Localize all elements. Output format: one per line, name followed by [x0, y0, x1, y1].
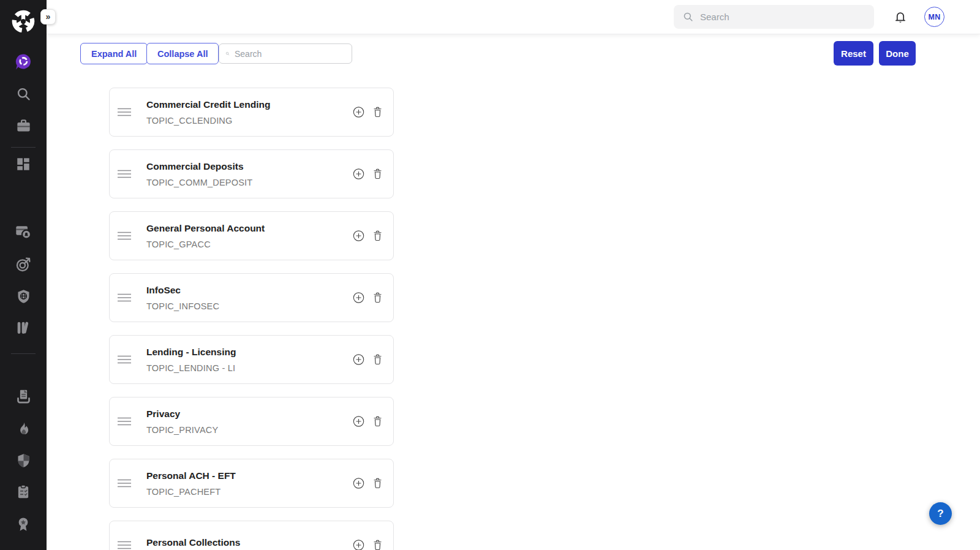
app-logo[interactable]: [0, 8, 47, 35]
reset-button[interactable]: Reset: [834, 41, 873, 66]
trash-icon: [372, 292, 383, 304]
topic-code: TOPIC_GPACC: [146, 239, 265, 249]
drag-handle[interactable]: [118, 293, 131, 302]
add-button[interactable]: [353, 540, 364, 550]
topic-search[interactable]: [219, 43, 352, 64]
topic-card: Commercial Credit Lending TOPIC_CCLENDIN…: [109, 88, 394, 137]
drag-handle[interactable]: [118, 170, 131, 178]
question-mark-icon: ?: [937, 508, 943, 520]
topic-search-input[interactable]: [235, 49, 345, 59]
delete-button[interactable]: [372, 354, 383, 366]
flame-icon: [15, 421, 32, 437]
main-content: Expand All Collapse All Reset Done Comme…: [47, 34, 980, 550]
trash-icon: [372, 416, 383, 428]
app-logo-icon: [10, 8, 37, 35]
search-icon: [225, 48, 230, 59]
drag-handle[interactable]: [118, 355, 131, 364]
shield-half-icon: [15, 453, 32, 469]
topic-code: TOPIC_INFOSEC: [146, 301, 219, 311]
sidebar: [0, 0, 47, 550]
drag-handle[interactable]: [118, 232, 131, 240]
plus-circle-icon: [353, 292, 364, 304]
sidebar-item-search[interactable]: [0, 86, 47, 102]
collapse-all-button[interactable]: Collapse All: [146, 43, 219, 64]
drag-handle-icon: [118, 541, 131, 549]
topbar: MN: [47, 0, 980, 34]
plus-circle-icon: [353, 416, 364, 428]
topic-title: Personal Collections: [146, 537, 240, 548]
sidebar-item-workspace[interactable]: [0, 118, 47, 134]
drag-handle[interactable]: [118, 108, 131, 116]
sidebar-item-trending[interactable]: [0, 420, 47, 437]
search-icon: [15, 86, 32, 102]
trash-icon: [372, 168, 383, 180]
sidebar-item-subscriptions[interactable]: [0, 223, 47, 240]
topic-code: TOPIC_LENDING - LI: [146, 363, 236, 373]
topic-card: Personal ACH - EFT TOPIC_PACHEFT: [109, 459, 394, 508]
add-button[interactable]: [353, 478, 364, 489]
drag-handle[interactable]: [118, 417, 131, 426]
expand-all-button[interactable]: Expand All: [80, 43, 148, 64]
drag-handle[interactable]: [118, 541, 131, 549]
drag-handle[interactable]: [118, 479, 131, 488]
medal-icon: [15, 516, 31, 532]
double-chevron-right-icon: »: [46, 12, 51, 21]
topic-title: Commercial Credit Lending: [146, 99, 270, 110]
delete-button[interactable]: [372, 107, 383, 118]
delete-button[interactable]: [372, 168, 383, 180]
add-button[interactable]: [353, 230, 364, 242]
drag-handle-icon: [118, 108, 131, 116]
card-bell-icon: [15, 223, 32, 240]
delete-button[interactable]: [372, 478, 383, 489]
topic-card: Privacy TOPIC_PRIVACY: [109, 397, 394, 446]
global-search-input[interactable]: [700, 12, 865, 22]
delete-button[interactable]: [372, 416, 383, 428]
sidebar-item-reports[interactable]: [0, 388, 47, 405]
add-button[interactable]: [353, 107, 364, 118]
topic-title: Privacy: [146, 409, 218, 420]
global-search[interactable]: [674, 5, 874, 29]
sidebar-item-tasks[interactable]: [0, 483, 47, 500]
sidebar-item-achievements[interactable]: [0, 516, 47, 533]
drag-handle-icon: [118, 232, 131, 240]
trash-icon: [372, 478, 383, 489]
topic-code: TOPIC_PACHEFT: [146, 487, 236, 497]
delete-button[interactable]: [372, 540, 383, 550]
topic-card: Lending - Licensing TOPIC_LENDING - LI: [109, 335, 394, 384]
notifications-button[interactable]: [892, 9, 908, 28]
sidebar-item-goals[interactable]: [0, 256, 47, 273]
sidebar-divider: [11, 353, 36, 354]
help-button[interactable]: ?: [929, 502, 952, 525]
topic-code: TOPIC_COMM_DEPOSIT: [146, 178, 252, 187]
trash-icon: [372, 107, 383, 118]
sidebar-item-global-security[interactable]: [0, 288, 47, 305]
plus-circle-icon: [353, 478, 364, 489]
drag-handle-icon: [118, 479, 131, 488]
drag-handle-icon: [118, 170, 131, 178]
topic-title: Lending - Licensing: [146, 347, 236, 358]
add-button[interactable]: [353, 168, 364, 180]
plus-circle-icon: [353, 354, 364, 366]
add-button[interactable]: [353, 354, 364, 366]
chat-badge-icon: [14, 53, 32, 71]
avatar-initials: MN: [928, 13, 940, 21]
sidebar-item-library[interactable]: [0, 319, 47, 336]
sidebar-item-assistant[interactable]: [0, 52, 47, 72]
topic-card: Personal Collections: [109, 521, 394, 550]
sidebar-item-dashboard[interactable]: [0, 156, 47, 172]
add-button[interactable]: [353, 292, 364, 304]
delete-button[interactable]: [372, 230, 383, 242]
sidebar-expand-button[interactable]: »: [40, 9, 56, 24]
sidebar-item-security[interactable]: [0, 452, 47, 469]
topic-card: InfoSec TOPIC_INFOSEC: [109, 273, 394, 322]
done-button[interactable]: Done: [879, 41, 916, 66]
dashboard-grid-icon: [15, 156, 31, 172]
trash-icon: [372, 540, 383, 550]
bell-icon: [892, 9, 908, 25]
topic-code: TOPIC_PRIVACY: [146, 425, 218, 435]
add-button[interactable]: [353, 416, 364, 428]
briefcase-icon: [15, 118, 32, 134]
target-icon: [15, 256, 32, 273]
delete-button[interactable]: [372, 292, 383, 304]
avatar[interactable]: MN: [924, 7, 944, 27]
